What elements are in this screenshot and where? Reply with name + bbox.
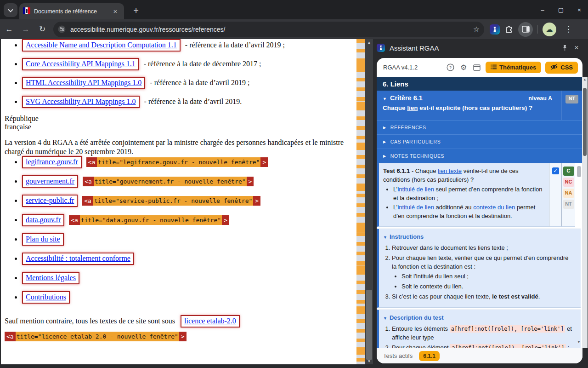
list-item: service-public.fr<atitle="service-public… — [22, 195, 356, 207]
panel-scrollbar-thumb[interactable] — [583, 88, 587, 156]
url-text[interactable]: accessibilite.numerique.gouv.fr/ressourc… — [70, 26, 473, 33]
test-label: Test 6.1.1 — [383, 167, 410, 174]
tests-scrollbar-thumb[interactable] — [577, 166, 581, 177]
status-nt-button[interactable]: NT — [563, 200, 574, 209]
window-mode-icon[interactable] — [472, 63, 481, 72]
criterion-title[interactable]: Critère 6.1 — [390, 94, 528, 102]
list-item: Accessible Name and Description Computat… — [22, 39, 356, 52]
glossary-link[interactable]: intitulé de lien — [397, 186, 434, 193]
close-window-button[interactable]: × — [573, 4, 585, 16]
page-scrollbar-thumb[interactable] — [366, 290, 372, 360]
status-na-button[interactable]: NA — [563, 189, 574, 198]
panel-toolbar: RGAA v4.1.2 ? ⚙ Thématiques CSS — [377, 58, 582, 77]
active-test-badge[interactable]: 6.1.1 — [419, 351, 440, 361]
help-icon[interactable]: ? — [446, 63, 455, 72]
test-active-checkbox[interactable]: ✓ — [552, 167, 559, 174]
maximize-button[interactable]: ▢ — [555, 4, 567, 16]
glossary-link[interactable]: lien — [407, 104, 418, 111]
republique-text: République française — [5, 115, 356, 131]
close-panel-icon[interactable]: × — [571, 42, 582, 54]
accordion-notes-techniques[interactable]: ▶ NOTES TECHNIQUES — [377, 149, 582, 163]
minimize-button[interactable]: – — [537, 4, 548, 16]
gov-link[interactable]: service-public.fr — [22, 195, 78, 207]
accordion-cas-particuliers[interactable]: ▶ CAS PARTICULIERS — [377, 134, 582, 149]
reference-link[interactable]: Accessible Name and Description Computat… — [22, 39, 181, 52]
reference-suffix: - référence à la date d’avril 2019 ; — [185, 41, 285, 49]
criterion-level: niveau A — [528, 95, 552, 102]
bookmark-star-icon[interactable]: ☆ — [473, 25, 480, 34]
test-status-column: C NC NA NT — [562, 163, 575, 226]
reload-button[interactable]: ↻ — [35, 22, 50, 37]
status-c-button[interactable]: C — [563, 167, 574, 176]
expand-triangle-icon: ▶ — [383, 126, 386, 130]
list-item: gouvernement.fr<atitle="gouvernement.fr … — [22, 175, 356, 188]
rgaa-assistant-panel: RGAA v4.1.2 ? ⚙ Thématiques CSS 6. Liens… — [377, 58, 582, 363]
pin-icon[interactable] — [559, 42, 571, 54]
instruction-step: Retrouver dans le document les liens tex… — [392, 244, 574, 253]
footer-link[interactable]: Accessibilité : totalement conforme — [22, 253, 134, 265]
expand-triangle-icon: ▶ — [383, 140, 386, 144]
instruction-substep: Soit le contexte du lien. — [401, 282, 574, 291]
gov-link[interactable]: legifrance.gouv.fr — [22, 156, 82, 168]
profile-avatar[interactable]: ☁ — [543, 23, 556, 36]
glossary-link[interactable]: intitulé de lien — [397, 204, 434, 211]
instructions-heading[interactable]: ▼Instructions — [383, 233, 574, 242]
tab-title: Documents de référence — [34, 8, 107, 15]
forward-button[interactable]: → — [18, 22, 33, 37]
list-icon — [491, 64, 497, 71]
favicon-french-flag — [23, 7, 30, 16]
gov-link[interactable]: data.gouv.fr — [22, 214, 64, 226]
accordion-references[interactable]: ▶ RÉFÉRENCES — [377, 120, 582, 134]
tests-scroll-down-icon[interactable]: ▼ — [577, 340, 581, 344]
side-panel-header: Assistant RGAA × — [377, 41, 582, 54]
footer-link[interactable]: Plan du site — [22, 233, 64, 246]
css-toggle-button[interactable]: CSS — [545, 62, 578, 74]
menu-kebab-icon[interactable]: ⋮ — [561, 24, 576, 34]
status-badge[interactable]: NT — [565, 95, 579, 104]
gear-icon[interactable]: ⚙ — [459, 63, 468, 72]
rgaa-extension-icon[interactable] — [490, 24, 500, 34]
active-tests-label: Tests actifs — [383, 352, 413, 359]
scroll-down-arrow-icon[interactable]: ▼ — [365, 359, 373, 363]
css-selector-code: a[href]:not([role]), [role='link'] — [450, 344, 566, 348]
footer-link[interactable]: Contributions — [22, 291, 70, 304]
reference-link[interactable]: SVG Accessibility API Mappings 1.0 — [22, 96, 140, 108]
glossary-link[interactable]: lien texte — [438, 167, 462, 174]
link-annotation: <atitle="legifrance.gouv.fr - nouvelle f… — [86, 159, 268, 166]
highlight-tick-strip — [356, 39, 365, 364]
glossary-link[interactable]: contexte du lien — [473, 204, 515, 211]
status-nc-button[interactable]: NC — [563, 178, 574, 187]
collapse-triangle-icon: ▼ — [383, 316, 387, 321]
licence-link[interactable]: licence etalab-2.0 — [181, 315, 240, 328]
instructions-card: ▼Instructions Retrouver dans le document… — [377, 229, 581, 308]
footer-links-list: Plan du site Accessibilité : totalement … — [1, 233, 356, 304]
css-selector-code: a[href]:not([role]), [role='link'] — [450, 325, 565, 333]
link-annotation: <atitle="gouvernement.fr - nouvelle fenê… — [83, 178, 254, 185]
back-button[interactable]: ← — [2, 22, 17, 37]
side-panel-button[interactable] — [518, 22, 533, 37]
tab-close-icon[interactable]: × — [111, 7, 119, 16]
description-step: Pour chaque élément a[href]:not([role]),… — [392, 344, 574, 348]
page-scrollbar[interactable]: ▲ ▼ — [365, 39, 373, 364]
panel-scroll-up-icon[interactable]: ▲ — [582, 78, 588, 81]
footer-link[interactable]: Mentions légales — [22, 272, 79, 284]
thematiques-button[interactable]: Thématiques — [486, 62, 541, 73]
browser-tab[interactable]: Documents de référence × — [19, 3, 124, 19]
panel-scrollbar[interactable]: ▲ — [582, 77, 588, 348]
reference-link[interactable]: Core Accessibility API Mappings 1.1 — [22, 58, 139, 70]
description-heading[interactable]: ▼Description du test — [383, 314, 574, 322]
reference-suffix: - référence à la date de décembre 2017 ; — [144, 60, 261, 68]
gov-link[interactable]: gouvernement.fr — [22, 175, 78, 188]
toolbar-extensions: ☁ ⋮ — [490, 22, 576, 37]
address-bar[interactable]: accessibilite.numerique.gouv.fr/ressourc… — [53, 22, 484, 37]
list-item: Core Accessibility API Mappings 1.1- réf… — [22, 58, 356, 70]
tab-search-button[interactable] — [4, 3, 17, 17]
site-settings-icon[interactable] — [58, 25, 66, 33]
scroll-up-arrow-icon[interactable]: ▲ — [365, 40, 373, 45]
collapse-triangle-icon[interactable]: ▼ — [383, 97, 387, 101]
test-6-1-1-card: Test 6.1.1 - Chaque lien texte vérifie-t… — [377, 163, 575, 227]
test-condition: L’intitulé de lien seul permet d’en comp… — [393, 185, 545, 203]
extensions-puzzle-icon[interactable] — [504, 25, 514, 34]
new-tab-button[interactable]: + — [130, 4, 142, 17]
reference-link[interactable]: HTML Accessibility API Mappings 1.0 — [22, 77, 145, 89]
